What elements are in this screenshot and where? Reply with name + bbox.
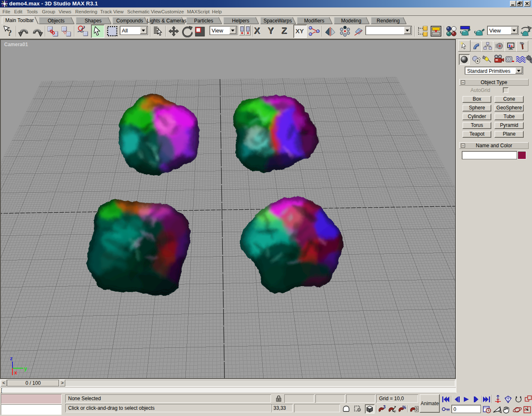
svg-text:y: y bbox=[24, 365, 27, 371]
svg-text:Particles: Particles bbox=[194, 18, 213, 24]
svg-text:Helpers: Helpers bbox=[232, 18, 249, 24]
svg-text:Main Toolbar: Main Toolbar bbox=[5, 17, 34, 23]
svg-text:Modifiers: Modifiers bbox=[304, 18, 325, 24]
svg-text:z: z bbox=[10, 355, 13, 362]
svg-text:Compounds: Compounds bbox=[116, 18, 143, 24]
svg-text:Rendering: Rendering bbox=[377, 18, 399, 24]
svg-text:3: 3 bbox=[383, 405, 386, 409]
svg-text:Camera01: Camera01 bbox=[4, 42, 28, 47]
svg-text:Modeling: Modeling bbox=[341, 18, 362, 24]
svg-text:Lights & Cameras: Lights & Cameras bbox=[147, 18, 186, 24]
svg-text:SpaceWarps: SpaceWarps bbox=[264, 18, 292, 24]
svg-text:?: ? bbox=[7, 28, 12, 37]
svg-text:Objects: Objects bbox=[48, 18, 65, 24]
svg-text:%: % bbox=[402, 405, 406, 410]
svg-text:x: x bbox=[14, 369, 17, 376]
svg-text:Shapes: Shapes bbox=[85, 18, 102, 24]
